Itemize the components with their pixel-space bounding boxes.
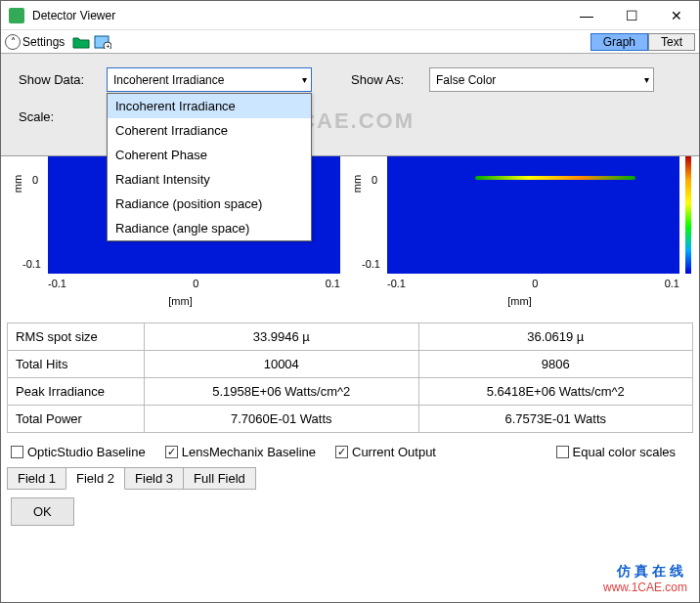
chevron-down-icon: ▾ — [302, 74, 307, 85]
toolbar: ˄ Settings + Graph Text — [1, 30, 699, 54]
x-axis-label: [mm] — [350, 295, 689, 307]
y-tick: 0 — [372, 174, 377, 186]
x-axis-label: [mm] — [11, 295, 350, 307]
show-data-value: Incoherent Irradiance — [113, 73, 224, 87]
show-data-combo[interactable]: Incoherent Irradiance ▾ — [107, 67, 312, 92]
dropdown-option[interactable]: Radiant Intensity — [108, 167, 311, 192]
dropdown-option[interactable]: Radiance (position space) — [108, 192, 311, 216]
show-data-dropdown: Incoherent Irradiance Coherent Irradianc… — [107, 93, 312, 241]
show-data-label: Show Data: — [19, 72, 107, 87]
opticstudio-checkbox[interactable] — [11, 446, 23, 458]
colorbar — [685, 156, 691, 274]
graph-tab-button[interactable]: Graph — [591, 33, 648, 51]
table-row: RMS spot size33.9946 µ36.0619 µ — [8, 323, 693, 351]
open-folder-icon[interactable] — [72, 35, 90, 49]
y-tick: -0.1 — [362, 258, 380, 270]
x-ticks: -0.1 0 0.1 — [387, 278, 679, 289]
window-title: Detector Viewer — [32, 9, 564, 22]
dropdown-option[interactable]: Radiance (angle space) — [108, 216, 311, 240]
heatmap-plot — [387, 156, 679, 274]
maximize-button[interactable]: ☐ — [609, 1, 654, 30]
tab-field-2[interactable]: Field 2 — [66, 467, 125, 490]
chevron-down-icon: ▾ — [644, 74, 649, 85]
footer-watermark: 仿真在线 www.1CAE.com — [603, 563, 687, 594]
table-row: Total Hits100049806 — [8, 351, 693, 378]
tab-full-field[interactable]: Full Field — [183, 467, 256, 490]
close-button[interactable]: ✕ — [654, 1, 699, 30]
ok-button[interactable]: OK — [11, 497, 74, 526]
equal-scales-checkbox[interactable] — [556, 446, 569, 458]
results-table: RMS spot size33.9946 µ36.0619 µ Total Hi… — [7, 323, 693, 433]
dropdown-option[interactable]: Coherent Phase — [108, 143, 311, 167]
text-tab-button[interactable]: Text — [648, 33, 695, 51]
svg-text:+: + — [106, 42, 110, 49]
settings-label[interactable]: Settings — [22, 35, 65, 49]
app-icon — [9, 8, 24, 23]
show-as-combo[interactable]: False Color ▾ — [429, 67, 654, 92]
field-tabs: Field 1 Field 2 Field 3 Full Field — [1, 467, 699, 490]
show-as-value: False Color — [436, 73, 496, 87]
scale-label: Scale: — [19, 109, 107, 124]
x-ticks: -0.1 0 0.1 — [48, 278, 340, 289]
collapse-icon[interactable]: ˄ — [5, 34, 21, 50]
table-row: Peak Irradiance5.1958E+06 Watts/cm^25.64… — [8, 378, 693, 406]
tab-field-1[interactable]: Field 1 — [7, 467, 66, 490]
y-tick: 0 — [32, 174, 38, 186]
y-tick: -0.1 — [22, 258, 41, 270]
y-axis-label: mm — [351, 175, 363, 193]
add-image-icon[interactable]: + — [94, 35, 111, 49]
minimize-button[interactable]: — — [564, 1, 609, 30]
table-row: Total Power7.7060E-01 Watts6.7573E-01 Wa… — [8, 406, 693, 433]
dropdown-option[interactable]: Coherent Irradiance — [108, 118, 311, 143]
tab-field-3[interactable]: Field 3 — [124, 467, 184, 490]
current-output-checkbox[interactable] — [335, 446, 348, 458]
lensmechanix-checkbox[interactable] — [165, 446, 178, 458]
titlebar: Detector Viewer — ☐ ✕ — [1, 1, 699, 30]
chart-right: mm 0 -0.1 -0.1 0 0.1 [mm] — [350, 156, 689, 313]
y-axis-label: mm — [12, 175, 23, 193]
settings-panel: Show Data: Incoherent Irradiance ▾ Show … — [1, 54, 699, 156]
dropdown-option[interactable]: Incoherent Irradiance — [108, 94, 311, 118]
checkbox-row: OpticStudio Baseline LensMechanix Baseli… — [1, 437, 699, 467]
show-as-label: Show As: — [351, 72, 429, 87]
